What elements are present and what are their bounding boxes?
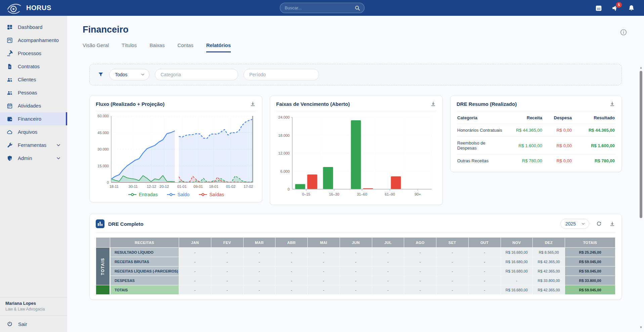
dre-totals-label: TOTAIS	[110, 285, 179, 295]
tab-relatorios[interactable]: Relatórios	[206, 42, 231, 52]
download-icon	[430, 101, 436, 107]
shield-icon	[7, 155, 13, 161]
logout-button[interactable]: Sair	[0, 316, 67, 332]
dre-cell: -	[211, 257, 243, 266]
search-box[interactable]	[280, 3, 364, 13]
dre-cell: -	[404, 285, 436, 295]
tab-baixas[interactable]: Baixas	[149, 42, 165, 52]
dre-cell: -	[468, 285, 501, 295]
legend-item-saidas[interactable]: Saídas	[198, 192, 224, 197]
resumo-categoria: Reembolso de Despesas	[457, 140, 503, 151]
dre-row-label: RECEITAS LÍQUIDAS (-PARCEIROS)	[110, 266, 179, 276]
tab-contas[interactable]: Contas	[177, 42, 194, 52]
faixas-download-button[interactable]	[430, 100, 436, 107]
dre-cell: -	[243, 285, 275, 295]
people-icon	[7, 77, 13, 83]
scrollbar-up-arrow[interactable]: ▲	[639, 66, 643, 70]
type-filter-value: Todos	[115, 72, 127, 77]
svg-text:12-12: 12-12	[147, 184, 156, 189]
sidebar-item-arquivos[interactable]: Arquivos	[0, 125, 67, 138]
dre-cell: -	[211, 276, 243, 285]
dre-resumo-download-button[interactable]	[609, 100, 615, 107]
resumo-row: Reembolso de DespesasR$ 1.600,00R$ 0,00R…	[457, 137, 615, 155]
dre-cell: R$ 42.365,00	[533, 266, 565, 276]
refresh-button[interactable]	[596, 220, 602, 227]
dre-cell: -	[340, 248, 372, 257]
svg-text:0–15: 0–15	[302, 192, 310, 196]
announcements-button[interactable]: 5	[611, 4, 619, 12]
user-block: Mariana Lopes Law & Law Advogacia	[0, 297, 67, 316]
tab-visao-geral[interactable]: Visão Geral	[83, 42, 109, 52]
type-filter-select[interactable]: Todos	[109, 69, 149, 80]
scrollbar-thumb[interactable]	[640, 71, 642, 218]
dre-download-button[interactable]	[609, 220, 615, 227]
dre-cell: -	[468, 266, 501, 276]
dre-cell: -	[243, 266, 275, 276]
brand[interactable]: HORUS	[0, 1, 67, 15]
sidebar-item-processos[interactable]: Processos	[0, 47, 67, 60]
sidebar-item-contratos[interactable]: Contratos	[0, 60, 67, 73]
category-filter-input[interactable]	[155, 69, 238, 80]
sidebar-item-admin[interactable]: Admin	[0, 152, 67, 165]
calendar-icon	[595, 4, 602, 12]
download-icon	[250, 101, 256, 107]
svg-text:45.000: 45.000	[97, 131, 109, 135]
sidebar-item-label: Ferramentas	[18, 142, 51, 148]
fluxo-download-button[interactable]	[249, 100, 256, 107]
dre-totals-row: TOTAIS----------R$ 16.680,00R$ 42.365,00…	[96, 285, 615, 295]
dre-header-row: RECEITASJANFEVMARABRMAIJUNJULAGOSETOUTNO…	[96, 238, 615, 248]
calendar-header-button[interactable]	[595, 4, 602, 12]
dre-month-header: OUT	[468, 238, 501, 248]
sidebar-item-financeiro[interactable]: Financeiro	[0, 112, 67, 125]
sidebar-nav: DashboardAcompanhamentoProcessosContrato…	[0, 16, 67, 297]
info-button[interactable]	[620, 29, 627, 36]
year-select[interactable]: 2025	[560, 219, 589, 229]
dre-cell: -	[372, 266, 404, 276]
dre-corner-cell	[96, 238, 110, 248]
sidebar-item-clientes[interactable]: Clientes	[0, 73, 67, 86]
legend-item-entradas[interactable]: Entradas	[128, 192, 158, 197]
svg-text:30.000: 30.000	[97, 147, 109, 151]
wallet-icon	[7, 116, 13, 122]
scrollbar-down-arrow[interactable]: ▼	[639, 325, 643, 329]
dre-side-band: TOTAIS	[96, 248, 110, 285]
svg-text:24.000: 24.000	[278, 115, 290, 119]
dre-cell: -	[308, 276, 340, 285]
dre-cell: -	[340, 276, 372, 285]
dre-cell: -	[211, 266, 243, 276]
legend-item-saldo[interactable]: Saldo	[166, 192, 189, 197]
chevron-down-icon	[581, 221, 586, 226]
dre-cell: -	[275, 276, 308, 285]
scrollbar[interactable]: ▲ ▼	[639, 66, 643, 329]
dre-cell: -	[308, 266, 340, 276]
dre-cell: -	[372, 276, 404, 285]
period-filter-input[interactable]	[244, 69, 319, 80]
filter-funnel-icon	[98, 72, 104, 78]
resumo-resultado: R$ 1.600,00	[572, 143, 615, 148]
people-icon	[7, 90, 13, 96]
svg-text:60.000: 60.000	[97, 114, 109, 118]
download-icon	[609, 101, 615, 107]
sidebar-item-acompanhamento[interactable]: Acompanhamento	[0, 34, 67, 47]
svg-text:0: 0	[288, 187, 290, 191]
search-input[interactable]	[285, 5, 354, 10]
dre-completo-card: DRE Completo 2025	[89, 214, 622, 300]
tab-titulos[interactable]: Títulos	[122, 42, 137, 52]
dre-cell: -	[468, 257, 501, 266]
sidebar-item-ferramentas[interactable]: Ferramentas	[0, 138, 67, 152]
sidebar-item-label: Atividades	[18, 103, 61, 109]
user-organization: Law & Law Advogacia	[5, 307, 62, 312]
svg-text:0: 0	[107, 180, 109, 184]
dre-cell: R$ 8.565,00	[533, 248, 565, 257]
sidebar-item-atividades[interactable]: Atividades	[0, 99, 67, 112]
dre-month-header: MAI	[308, 238, 340, 248]
dre-month-header: FEV	[211, 238, 243, 248]
info-icon	[620, 29, 627, 36]
notifications-button[interactable]	[628, 4, 635, 12]
search-icon[interactable]	[354, 5, 361, 11]
sidebar-item-pessoas[interactable]: Pessoas	[0, 86, 67, 99]
dre-totals-band	[96, 285, 110, 295]
sidebar-item-dashboard[interactable]: Dashboard	[0, 20, 67, 34]
dre-cell: R$ 42.365,00	[533, 257, 565, 266]
dre-cell: -	[436, 248, 469, 257]
